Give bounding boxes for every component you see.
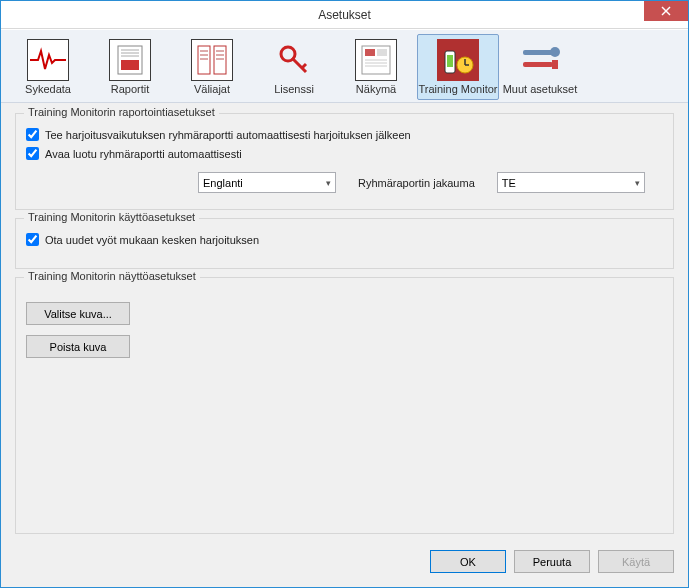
checkbox-label: Ota uudet vyöt mukaan kesken harjoitukse… bbox=[45, 234, 259, 246]
chevron-down-icon: ▾ bbox=[326, 178, 331, 188]
svg-point-31 bbox=[550, 47, 560, 57]
tab-label: Näkymä bbox=[356, 83, 396, 95]
group-display: Training Monitorin näyttöasetukset Valit… bbox=[15, 277, 674, 534]
button-label: OK bbox=[460, 556, 476, 568]
svg-rect-26 bbox=[447, 55, 453, 67]
select-value: TE bbox=[502, 177, 516, 189]
svg-rect-33 bbox=[552, 60, 558, 69]
tab-label: Training Monitor bbox=[418, 83, 497, 95]
checkbox-input[interactable] bbox=[26, 147, 39, 160]
combo-row: Englanti ▾ Ryhmäraportin jakauma TE ▾ bbox=[198, 172, 663, 193]
dialog-footer: OK Peruuta Käytä bbox=[1, 540, 688, 587]
heartbeat-icon bbox=[27, 39, 69, 81]
svg-line-17 bbox=[302, 64, 306, 68]
select-value: Englanti bbox=[203, 177, 243, 189]
group-title: Training Monitorin raportointiasetukset bbox=[24, 106, 219, 118]
tab-lisenssi[interactable]: Lisenssi bbox=[253, 34, 335, 100]
laps-icon bbox=[191, 39, 233, 81]
tab-sykedata[interactable]: Sykedata bbox=[7, 34, 89, 100]
settings-window: Asetukset Sykedata Raportit Väliajat bbox=[0, 0, 689, 588]
tab-label: Väliajat bbox=[194, 83, 230, 95]
window-title: Asetukset bbox=[318, 8, 371, 22]
titlebar: Asetukset bbox=[1, 1, 688, 29]
remove-image-button[interactable]: Poista kuva bbox=[26, 335, 130, 358]
button-label: Poista kuva bbox=[50, 341, 107, 353]
checkbox-new-belts[interactable]: Ota uudet vyöt mukaan kesken harjoitukse… bbox=[26, 233, 663, 246]
tab-nakyma[interactable]: Näkymä bbox=[335, 34, 417, 100]
select-image-button[interactable]: Valitse kuva... bbox=[26, 302, 130, 325]
toolbar: Sykedata Raportit Väliajat Lisenssi Näky… bbox=[1, 29, 688, 103]
group-reporting: Training Monitorin raportointiasetukset … bbox=[15, 113, 674, 210]
button-label: Valitse kuva... bbox=[44, 308, 112, 320]
group-usage: Training Monitorin käyttöasetukset Ota u… bbox=[15, 218, 674, 269]
apply-button: Käytä bbox=[598, 550, 674, 573]
wrench-icon bbox=[519, 39, 561, 81]
svg-rect-19 bbox=[365, 49, 375, 56]
distribution-label: Ryhmäraportin jakauma bbox=[358, 177, 475, 189]
tab-label: Sykedata bbox=[25, 83, 71, 95]
tab-training-monitor[interactable]: Training Monitor bbox=[417, 34, 499, 100]
training-monitor-icon bbox=[437, 39, 479, 81]
group-title: Training Monitorin näyttöasetukset bbox=[24, 270, 200, 282]
button-label: Peruuta bbox=[533, 556, 572, 568]
key-icon bbox=[273, 39, 315, 81]
tab-label: Raportit bbox=[111, 83, 150, 95]
tab-label: Lisenssi bbox=[274, 83, 314, 95]
tab-valiajat[interactable]: Väliajat bbox=[171, 34, 253, 100]
svg-rect-7 bbox=[198, 46, 210, 74]
tab-raportit[interactable]: Raportit bbox=[89, 34, 171, 100]
group-title: Training Monitorin käyttöasetukset bbox=[24, 211, 199, 223]
language-select[interactable]: Englanti ▾ bbox=[198, 172, 336, 193]
close-button[interactable] bbox=[644, 1, 688, 21]
svg-rect-8 bbox=[214, 46, 226, 74]
content-area: Training Monitorin raportointiasetukset … bbox=[1, 103, 688, 540]
checkbox-input[interactable] bbox=[26, 128, 39, 141]
tab-muut-asetukset[interactable]: Muut asetukset bbox=[499, 34, 581, 100]
checkbox-auto-open[interactable]: Avaa luotu ryhmäraportti automaattisesti bbox=[26, 147, 663, 160]
distribution-select[interactable]: TE ▾ bbox=[497, 172, 645, 193]
checkbox-label: Avaa luotu ryhmäraportti automaattisesti bbox=[45, 148, 242, 160]
chevron-down-icon: ▾ bbox=[635, 178, 640, 188]
checkbox-input[interactable] bbox=[26, 233, 39, 246]
view-icon bbox=[355, 39, 397, 81]
tab-label: Muut asetukset bbox=[503, 83, 578, 95]
svg-rect-32 bbox=[523, 62, 553, 67]
checkbox-auto-report[interactable]: Tee harjoitusvaikutuksen ryhmäraportti a… bbox=[26, 128, 663, 141]
checkbox-label: Tee harjoitusvaikutuksen ryhmäraportti a… bbox=[45, 129, 411, 141]
svg-rect-3 bbox=[121, 60, 139, 70]
cancel-button[interactable]: Peruuta bbox=[514, 550, 590, 573]
ok-button[interactable]: OK bbox=[430, 550, 506, 573]
svg-rect-30 bbox=[523, 50, 553, 55]
svg-rect-20 bbox=[377, 49, 387, 56]
button-label: Käytä bbox=[622, 556, 650, 568]
report-icon bbox=[109, 39, 151, 81]
close-icon bbox=[661, 6, 671, 16]
